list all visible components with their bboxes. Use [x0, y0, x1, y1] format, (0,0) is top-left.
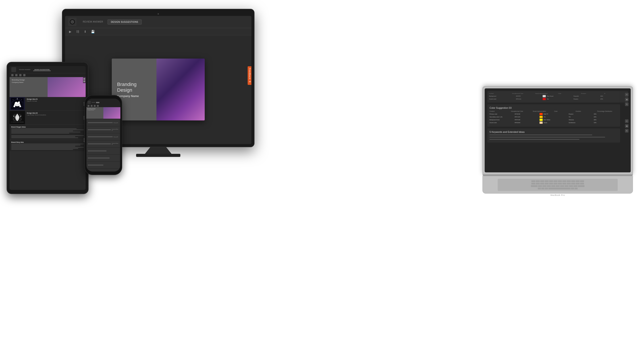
download-icon[interactable]: ⬇	[83, 30, 87, 34]
key-9	[567, 180, 571, 182]
story-line-1	[11, 144, 84, 144]
extra-bar-3	[88, 165, 103, 166]
swatch-bg	[540, 119, 543, 121]
key-31	[564, 185, 568, 187]
action-dot-2	[84, 103, 84, 104]
slogan-line-7	[11, 136, 75, 137]
tablet-toolbar: REVIEW ANSWER DESIGN SUGGESTIONS	[10, 66, 86, 73]
key-25	[538, 185, 542, 187]
scene: REVIEW ANSWER DESIGN SUGGESTIONS ▶ ⛓ ⬇ 💾…	[0, 0, 644, 358]
feedback-icon: ✉	[248, 80, 251, 83]
tablet-brand-slogan-title: Brand Slogan Ideas	[11, 126, 84, 128]
key-10	[571, 180, 575, 182]
tablet-save-icon[interactable]	[23, 74, 26, 76]
laptop-refresh-icon-2[interactable]: ↻	[625, 129, 628, 133]
key-23	[576, 183, 580, 184]
phone-item-extra-2	[87, 155, 120, 161]
laptop-edit-icon[interactable]: ✏	[625, 93, 628, 96]
cloud-logo-icon: ELOQU INNOVO SUSTAWNBENNY	[11, 112, 24, 123]
laptop-eye-icon-2[interactable]: ◉	[625, 124, 628, 128]
tablet-play-icon[interactable]	[11, 74, 14, 76]
top-cell-1b: #FFFFF	[516, 95, 542, 97]
tablet-logo	[11, 67, 16, 72]
tablet-icon-row	[10, 73, 86, 77]
phone-link-icon[interactable]	[91, 105, 92, 107]
laptop-top-table-row-1: Background #FFFFF Blue Visual Peaceful 3…	[489, 95, 626, 97]
kw-line-3	[490, 139, 580, 140]
laptop-eye-icon[interactable]: ◉	[625, 98, 628, 101]
phone-item-extra-4	[87, 169, 120, 172]
tablet-action-1[interactable]	[84, 78, 85, 80]
save-icon[interactable]: 💾	[91, 30, 95, 34]
key-17	[549, 183, 553, 184]
slogan-spacer	[11, 134, 84, 135]
cell-sec-hex: #FFC104	[514, 116, 539, 118]
persona-01-label: Persona 01	[114, 122, 118, 123]
tablet-card-title-01: Design Idea 01	[27, 98, 80, 100]
cell-primary-emotion: Passion	[569, 113, 593, 115]
col-visual: Visual representation	[535, 93, 557, 94]
tablet-action-2[interactable]	[84, 80, 85, 82]
laptop-edit-icon-2[interactable]: ✏	[625, 119, 628, 123]
key-24	[580, 183, 584, 184]
tablet-body: REVIEW ANSWER DESIGN SUGGESTIONS Brandin…	[7, 62, 88, 194]
feedback-tab[interactable]: Feedback ✉	[248, 66, 252, 85]
story-line-3	[11, 146, 75, 147]
cell-accent-content: Accent color	[490, 122, 514, 123]
consumer-story-02-label: Consumer Story 02	[112, 143, 119, 145]
laptop-content: Content Hexadecimal Color Visual represe…	[485, 88, 631, 172]
tab-design-suggestions[interactable]: DESIGN SUGGESTIONS	[108, 19, 142, 24]
key-shift-r	[578, 185, 584, 187]
tablet-tab-design[interactable]: DESIGN SUGGESTIONS	[33, 68, 51, 71]
tablet-slide-left: Branding Design Company Name	[10, 77, 48, 97]
monitor-toolbar: REVIEW ANSWER DESIGN SUGGESTIONS	[65, 16, 252, 28]
phone-item-consumer-story-01: Consumer Story 01	[87, 126, 120, 133]
key-33	[574, 185, 578, 187]
svg-point-10	[22, 102, 22, 103]
tab-review-answer[interactable]: REVIEW ANSWER	[80, 19, 106, 24]
cell-bg-emotion: Vibrance	[569, 119, 593, 120]
link-icon[interactable]: ⛓	[76, 30, 80, 34]
tablet-tab-review[interactable]: REVIEW ANSWER	[18, 68, 32, 71]
keyboard-row-4	[498, 188, 617, 189]
phone-screen: REVIEW DESIGN Branding Design Company Na…	[86, 99, 120, 172]
laptop-top-table-row-2: Accent color #FF1111 Yes Passion 20%	[489, 98, 626, 100]
laptop-keyboard	[498, 179, 618, 191]
laptop-refresh-icon[interactable]: ↻	[625, 103, 628, 106]
monitor-logo	[68, 18, 76, 26]
action-dot-5	[84, 117, 84, 118]
key-ctrl	[538, 188, 541, 189]
tablet-story-lines	[11, 144, 84, 150]
top-cell-1d: Peaceful	[574, 95, 600, 97]
tablet-slide-actions	[83, 77, 86, 83]
phone-play-icon[interactable]	[88, 105, 90, 107]
phone-save-icon[interactable]	[97, 105, 99, 107]
tablet-brand-story-title: Brand Story Idea	[11, 142, 84, 143]
swatch-primary	[540, 113, 543, 115]
play-icon[interactable]: ▶	[68, 30, 72, 34]
laptop-screen: Content Hexadecimal Color Visual represe…	[485, 88, 631, 172]
slogan-line-3	[11, 131, 73, 131]
key-26	[542, 185, 546, 187]
key-16	[545, 183, 548, 184]
phone-tab-review[interactable]: REVIEW	[92, 102, 95, 103]
tablet-link-icon[interactable]	[15, 74, 18, 76]
laptop-keywords-title: 5 Keywords and Extended Ideas	[490, 131, 618, 133]
phone-tab-design[interactable]: DESIGN	[96, 102, 99, 103]
phone-icon-row	[86, 105, 120, 107]
cell-primary-content: Primary color	[490, 113, 514, 115]
laptop-keywords-content	[490, 135, 618, 140]
swan-logo-icon	[11, 98, 24, 109]
phone-download-icon[interactable]	[94, 105, 96, 107]
laptop-row-secondary: Secondary color 1 (A) #FFC104 YG YG 20%	[490, 116, 618, 118]
slide-title: Branding Design	[117, 82, 153, 93]
tablet-download-icon[interactable]	[19, 74, 22, 76]
phone-toolbar: REVIEW DESIGN	[86, 99, 120, 105]
svg-point-9	[12, 102, 13, 103]
cell-bg-content: Background tone	[490, 119, 514, 120]
kw-line-1	[490, 135, 592, 135]
top-swatch-2	[543, 98, 546, 100]
col-emotion: Emotion	[581, 93, 603, 94]
laptop-keywords-section: 5 Keywords and Extended Ideas	[487, 128, 620, 143]
cell-bg-pct: 30%	[594, 119, 618, 120]
